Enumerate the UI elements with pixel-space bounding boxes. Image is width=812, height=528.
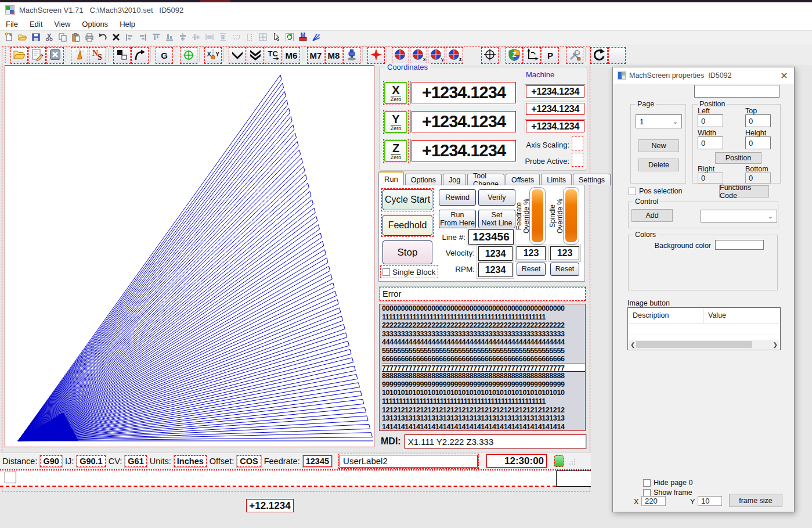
tab-limits[interactable]: Limits	[541, 174, 572, 185]
stop-button[interactable]: Stop	[382, 240, 432, 264]
toolbar-button-m-code-m7[interactable]: M7	[307, 47, 324, 64]
toolbar-button-delete-x[interactable]	[109, 31, 122, 44]
velocity-dro[interactable]: 1234	[478, 246, 513, 261]
scroll-left-icon[interactable]: ❮	[629, 342, 635, 348]
dialog-name-field[interactable]	[694, 85, 779, 98]
toolbar-button-ns-letters[interactable]: NS	[89, 47, 106, 64]
menu-item-file[interactable]: File	[0, 19, 24, 30]
frame-size-button[interactable]: frame size	[729, 494, 782, 507]
toolbar-button-undo[interactable]	[96, 31, 109, 44]
toolbar-button-spindle[interactable]	[343, 47, 360, 64]
feedhold-button[interactable]: Feedhold	[381, 214, 434, 237]
spindle-override-dro[interactable]: 123	[550, 246, 579, 260]
toolbar-button-m-code-m8[interactable]: M8	[325, 47, 342, 64]
image-button-table[interactable]: Description Value ❮ ❯	[627, 307, 781, 350]
toolbar-button-chevron-single[interactable]	[229, 47, 246, 64]
rewind-button[interactable]: Rewind	[439, 189, 476, 206]
toolbar-button-xy-plumb[interactable]: XY	[204, 47, 222, 64]
set-next-line-button[interactable]: Set Next Line	[478, 210, 515, 228]
machine-dro-x[interactable]: +1234.1234	[526, 85, 584, 98]
machine-dro-z[interactable]: +1234.1234	[526, 120, 584, 132]
status-value-feedrate[interactable]: 12345	[303, 455, 332, 467]
toolbar-button-shield-z[interactable]: Z	[506, 47, 523, 64]
status-clock[interactable]: 12:30:00	[486, 454, 547, 468]
tab-offsets[interactable]: Offsets	[506, 174, 540, 185]
toolbar-button-close-x[interactable]	[46, 47, 64, 64]
status-value-units[interactable]: Inches	[174, 455, 207, 467]
toolbar-button-axis-return[interactable]	[524, 47, 541, 64]
toolbar-button-paste[interactable]	[69, 31, 82, 44]
scrollbar-thumb[interactable]	[636, 341, 752, 348]
dro-x[interactable]: +1234.1234	[412, 82, 516, 103]
rpm-dro[interactable]: 1234	[478, 263, 513, 277]
gcode-line[interactable]: 1111111111111111111111111111111111111111…	[382, 397, 585, 406]
toolbar-button-new[interactable]	[2, 31, 16, 44]
zero-x-button[interactable]: XZero	[383, 81, 409, 105]
toolbar-button-center-v[interactable]	[176, 31, 189, 44]
pos-selection-checkbox[interactable]: Pos selection	[629, 187, 682, 195]
spindle-override-slider[interactable]	[563, 187, 579, 245]
gcode-line[interactable]: 3333333333333333333333333333333333333333…	[382, 330, 585, 339]
status-led[interactable]	[554, 455, 564, 467]
gcode-line[interactable]: 1414141414141414141414141414141414141414…	[382, 423, 585, 431]
position-top-field[interactable]: 0	[745, 114, 771, 127]
tab-settings[interactable]: Settings	[573, 174, 611, 185]
dialog-close-icon[interactable]: ✕	[779, 70, 789, 81]
toolbar-button-space-h[interactable]	[203, 31, 216, 44]
toolbar-button-align-top[interactable]	[149, 31, 163, 44]
gcode-line[interactable]: 6666666666666666666666666666666666666666…	[382, 355, 585, 364]
feedrate-override-slider[interactable]	[529, 187, 546, 245]
dro-y[interactable]: +1234.1234	[412, 111, 516, 132]
toolpath-display[interactable]	[5, 65, 374, 447]
gcode-line[interactable]: 1010101010101010101010101010101010101010…	[382, 389, 585, 397]
toolbar-button-quad-circle-x[interactable]: x	[410, 47, 427, 64]
toolbar-button-refresh-c[interactable]	[590, 47, 608, 64]
machine-dro-y[interactable]: +1234.1234	[526, 103, 584, 115]
toolbar-button-center-h[interactable]	[189, 31, 203, 44]
functions-code-button[interactable]: Functions Code	[719, 185, 769, 197]
menu-item-help[interactable]: Help	[114, 19, 141, 30]
single-block-box[interactable]	[382, 268, 390, 276]
gcode-line[interactable]: 7777777777777777777777777777777777777777…	[382, 364, 585, 372]
bottom-right-box[interactable]	[556, 470, 591, 487]
toolbar-button-folder-open[interactable]	[10, 47, 28, 64]
status-user-label[interactable]: UserLabel2	[340, 455, 478, 468]
toolbar-button-red-cross[interactable]	[367, 47, 385, 64]
control-select[interactable]: ⌄	[701, 210, 777, 222]
single-block-checkbox[interactable]: Single Block	[380, 265, 438, 278]
feedrate-override-dro[interactable]: 123	[517, 246, 546, 260]
probe-active-indicator[interactable]	[572, 153, 583, 167]
page-select[interactable]: 1⌄	[636, 114, 682, 128]
toolbar-button-print[interactable]	[82, 31, 96, 44]
toolbar-button-squares[interactable]	[113, 47, 131, 64]
toolbar-button-quad-circle-z[interactable]: z	[446, 47, 463, 64]
gcode-line[interactable]: 8888888888888888888888888888888888888888…	[382, 372, 585, 380]
spindle-reset-button[interactable]: Reset	[550, 263, 579, 276]
gcode-line[interactable]: 0000000000000000000000000000000000000000…	[382, 304, 585, 313]
dialog-title-bar[interactable]: MachScreen properties ID5092 ✕	[613, 67, 794, 84]
hide-page-checkbox[interactable]: Hide page 0	[643, 479, 692, 487]
toolbar-button-chevron-double[interactable]	[247, 47, 264, 64]
gcode-line[interactable]: 1212121212121212121212121212121212121212…	[382, 406, 585, 415]
background-color-field[interactable]	[715, 240, 764, 250]
menu-item-edit[interactable]: Edit	[24, 19, 48, 30]
toolbar-button-wand[interactable]	[71, 47, 88, 64]
position-button[interactable]: Position	[715, 152, 762, 164]
floating-dro[interactable]: +12.1234	[246, 499, 294, 512]
page-new-button[interactable]: New	[638, 139, 679, 152]
gcode-line[interactable]: 2222222222222222222222222222222222222222…	[382, 321, 585, 330]
status-value-distance[interactable]: G90	[40, 455, 62, 467]
frame-y-field[interactable]: 10	[698, 496, 722, 506]
tab-run[interactable]: Run	[378, 171, 404, 185]
run-from-here-button[interactable]: Run From Here	[439, 210, 476, 228]
toolbar-button-p-letter-p[interactable]: P	[542, 47, 559, 64]
toolbar-button-crosshair[interactable]	[481, 47, 499, 64]
toolbar-button-align-right[interactable]	[136, 31, 149, 44]
gcode-line[interactable]: 9999999999999999999999999999999999999999…	[382, 380, 585, 389]
gcode-line[interactable]: 5555555555555555555555555555555555555555…	[382, 347, 585, 355]
toolbar-button-pointer[interactable]	[269, 31, 283, 44]
toolbar-button-align-left[interactable]	[122, 31, 136, 44]
bottom-left-box[interactable]	[5, 472, 16, 483]
cycle-start-button[interactable]: Cycle Start	[381, 188, 434, 211]
gcode-line[interactable]: 1313131313131313131313131313131313131313…	[382, 414, 585, 423]
